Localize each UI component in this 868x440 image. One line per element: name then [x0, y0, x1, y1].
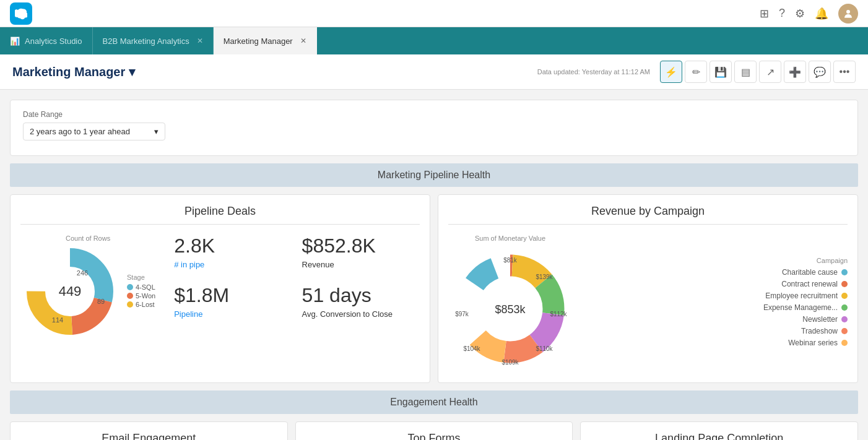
legend-employee-label: Employee recruitment [765, 291, 838, 300]
star-button[interactable]: ⚡ [660, 61, 682, 83]
legend-item-sql: 4-SQL [127, 283, 155, 291]
tab-mm-close[interactable]: ✕ [300, 37, 306, 45]
engagement-cards-row: Email Engagement Top Forms Sum of Unique… [10, 421, 858, 440]
nav-right: ⊞ ? ⚙ 🔔 [760, 4, 858, 24]
page-title-text: Marketing Manager [12, 65, 125, 79]
top-navigation: ⊞ ? ⚙ 🔔 [0, 0, 868, 27]
legend-charitable-label: Charitable cause [782, 268, 838, 277]
legend-charitable-dot [841, 269, 848, 275]
add-button[interactable]: ➕ [784, 61, 806, 83]
legend-item-lost: 6-Lost [127, 301, 155, 308]
revenue-chart-area: Sum of Monetary Value [448, 235, 572, 373]
stat-value-rev: $852.8K [302, 235, 420, 257]
comment-button[interactable]: 💬 [809, 61, 831, 83]
svg-text:$81k: $81k [503, 257, 518, 264]
svg-point-0 [846, 10, 850, 14]
engagement-section-header: Engagement Health [10, 390, 858, 414]
tab-analytics-label: Analytics Studio [25, 37, 82, 46]
help-icon[interactable]: ? [779, 7, 785, 20]
more-button[interactable]: ••• [833, 61, 856, 83]
settings-icon[interactable]: ⚙ [795, 7, 805, 20]
revenue-campaign-card: Revenue by Campaign Sum of Monetary Valu… [438, 194, 858, 383]
donut-label-won: 89 [97, 298, 105, 305]
date-range-section: Date Range 2 years ago to 1 year ahead ▾ [10, 100, 858, 156]
nav-left [10, 2, 32, 25]
legend-employee: Employee recruitment [584, 291, 848, 300]
main-content: Date Range 2 years ago to 1 year ahead ▾… [0, 90, 868, 440]
tab-b2b-label: B2B Marketing Analytics [103, 37, 189, 46]
date-range-label: Date Range [23, 110, 845, 119]
avatar[interactable] [838, 4, 858, 24]
legend-contract: Contract renewal [584, 280, 848, 288]
svg-text:$97k: $97k [455, 311, 469, 317]
stat-label-rev: Revenue [302, 260, 420, 269]
pipeline-donut-chart: 449 246 89 114 [20, 242, 119, 341]
revenue-donut-svg: $853k $81k $139k $112k $110k $109k $104k… [448, 247, 572, 371]
engagement-section: Engagement Health Email Engagement Top F… [10, 390, 858, 440]
legend-webinar-label: Webinar series [788, 339, 838, 347]
edit-button[interactable]: ✏ [685, 61, 707, 83]
email-engagement-title: Email Engagement [20, 432, 277, 440]
legend-newsletter-label: Newsletter [802, 315, 838, 324]
count-of-rows-label: Count of Rows [20, 235, 155, 242]
pipeline-section-header: Marketing Pipeline Health [10, 163, 858, 187]
pipeline-section: Marketing Pipeline Health Pipeline Deals… [10, 163, 858, 383]
landing-page-card: Landing Page Completion Sum of Unique Su… [580, 421, 858, 440]
legend-webinar: Webinar series [584, 339, 848, 347]
apps-icon[interactable]: ⊞ [760, 7, 769, 20]
legend-expense: Expense Manageme... [584, 303, 848, 312]
svg-text:$139k: $139k [536, 274, 553, 280]
legend-expense-dot [841, 304, 848, 311]
stat-label-conv: Avg. Conversion to Close [302, 309, 420, 319]
date-range-value: 2 years ago to 1 year ahead [30, 127, 130, 136]
stat-in-pipe: 2.8K # in pipe [174, 235, 292, 269]
legend-expense-label: Expense Manageme... [763, 303, 838, 312]
stat-value-conv: 51 days [302, 284, 420, 307]
stat-label-pipe: # in pipe [174, 260, 292, 269]
donut-label-lost: 114 [52, 316, 63, 324]
top-forms-title: Top Forms [306, 432, 563, 440]
present-button[interactable]: ▤ [734, 61, 757, 83]
tab-mm-label: Marketing Manager [224, 37, 293, 46]
stat-pipeline: $1.8M Pipeline [174, 284, 292, 319]
donut-label-sql: 246 [77, 269, 88, 277]
legend-dot-lost [127, 301, 133, 308]
tab-bar: 📊 Analytics Studio B2B Marketing Analyti… [0, 27, 868, 54]
pipeline-deals-content: Count of Rows [20, 235, 420, 341]
data-updated-label: Data updated: Yesterday at 11:12 AM [537, 68, 650, 75]
stage-label: Stage [127, 274, 155, 281]
page-title-dropdown[interactable]: ▾ [129, 64, 135, 79]
pipeline-deals-card: Pipeline Deals Count of Rows [10, 194, 430, 383]
revenue-legend-header: Campaign [584, 257, 848, 264]
save-button[interactable]: 💾 [710, 61, 732, 83]
revenue-center-value: $853k [495, 303, 526, 316]
svg-text:$110k: $110k [536, 345, 553, 352]
legend-tradeshow-dot [841, 328, 848, 334]
legend-label-sql: 4-SQL [136, 283, 155, 291]
tab-analytics-studio[interactable]: 📊 Analytics Studio [0, 27, 93, 54]
pipeline-stats: 2.8K # in pipe $852.8K Revenue $1.8M Pip… [168, 235, 420, 319]
svg-text:$109k: $109k [501, 359, 519, 366]
legend-newsletter-dot [841, 316, 848, 322]
share-button[interactable]: ↗ [759, 61, 781, 83]
stat-conversion: 51 days Avg. Conversion to Close [302, 284, 420, 319]
date-range-select[interactable]: 2 years ago to 1 year ahead ▾ [23, 123, 165, 140]
legend-charitable: Charitable cause [584, 268, 848, 277]
revenue-campaign-title: Revenue by Campaign [448, 205, 848, 225]
tab-b2b-close[interactable]: ✕ [197, 37, 203, 45]
revenue-legend: Campaign Charitable cause Contract renew… [584, 257, 848, 350]
legend-contract-dot [841, 281, 848, 287]
salesforce-logo[interactable] [10, 2, 32, 25]
legend-newsletter: Newsletter [584, 315, 848, 324]
donut-svg: 449 246 89 114 [20, 242, 119, 341]
page-title: Marketing Manager ▾ [12, 64, 135, 79]
stat-value-pipe: 2.8K [174, 235, 292, 257]
tab-b2b-marketing[interactable]: B2B Marketing Analytics ✕ [93, 27, 214, 54]
landing-page-title: Landing Page Completion [591, 432, 848, 440]
tab-marketing-manager[interactable]: Marketing Manager ✕ [214, 27, 317, 54]
notifications-icon[interactable]: 🔔 [815, 7, 828, 20]
top-forms-card: Top Forms Sum of Unique Submissions [295, 421, 573, 440]
pipeline-deals-title: Pipeline Deals [20, 205, 420, 225]
pipeline-cards-row: Pipeline Deals Count of Rows [10, 194, 858, 383]
legend-tradeshow-label: Tradeshow [801, 327, 838, 335]
